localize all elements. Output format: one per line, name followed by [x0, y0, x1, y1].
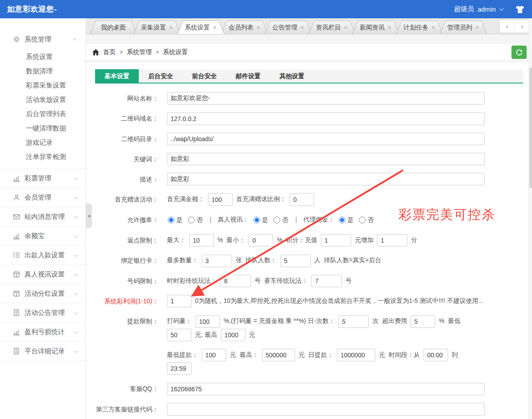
- tab-info-columns[interactable]: 资讯栏目✕: [308, 21, 356, 34]
- settings-tab-backend-security[interactable]: 后台安全: [139, 69, 183, 83]
- page-scrollbar[interactable]: [528, 18, 532, 419]
- radio-input[interactable]: [274, 217, 280, 223]
- close-tab-icon[interactable]: ✕: [256, 25, 261, 30]
- rebate-min-input[interactable]: [249, 234, 273, 247]
- radio-input[interactable]: [168, 217, 175, 223]
- radio-live-video-否[interactable]: 否: [274, 213, 288, 226]
- radio-allow-cancel-是[interactable]: 是: [168, 213, 183, 226]
- withdraw-min-input[interactable]: [202, 349, 226, 361]
- time-from-input[interactable]: [424, 349, 448, 361]
- form-row-content: [165, 152, 486, 165]
- racing-number-input[interactable]: [312, 275, 342, 287]
- close-tab-icon[interactable]: ✕: [169, 25, 173, 30]
- radio-input[interactable]: [254, 217, 260, 223]
- breadcrumb-item-system[interactable]: 系统管理: [127, 48, 152, 56]
- sidebar-item-lottery-management[interactable]: 彩票管理: [0, 169, 86, 188]
- close-tab-icon[interactable]: ✕: [300, 25, 304, 30]
- radio-agent-commission-否[interactable]: 否: [359, 213, 374, 226]
- close-tab-icon[interactable]: ✕: [475, 25, 479, 30]
- inline-label: 元: [299, 351, 305, 358]
- refresh-button[interactable]: [511, 46, 527, 59]
- time-to-input[interactable]: [167, 362, 191, 375]
- daily-times-input[interactable]: [338, 315, 369, 328]
- radio-input[interactable]: [188, 217, 195, 223]
- radio-allow-cancel-否[interactable]: 否: [188, 213, 203, 226]
- user-menu[interactable]: 超级员 admin: [454, 5, 503, 13]
- sidebar-item-activity-dividend-settings[interactable]: 活动分红设置: [0, 284, 86, 303]
- description-input[interactable]: [167, 173, 485, 185]
- field-label-site-name: 网站名称：: [95, 91, 158, 105]
- form-row-keywords: 关键词：: [95, 152, 523, 165]
- tab-admin-list[interactable]: 管理员列✕: [440, 21, 487, 34]
- radio-agent-commission-是[interactable]: 是: [339, 213, 353, 226]
- sidebar-item-platform-detail-records[interactable]: 平台详细记录: [0, 342, 86, 360]
- settings-form: 网站名称：二维码域名：二维码目录：关键词：描述：首充赠送活动：首充满金额：首充满…: [95, 91, 523, 415]
- breadcrumb-item-home[interactable]: 首页: [103, 48, 116, 56]
- queue-count-input[interactable]: [280, 255, 311, 267]
- tabs-prev-button[interactable]: ‹: [500, 20, 515, 33]
- sidebar-item-activity-notice-management[interactable]: 活动公告管理: [0, 303, 86, 322]
- tab-my-desktop[interactable]: 我的桌面: [90, 21, 137, 34]
- service-qq-input[interactable]: [167, 383, 485, 395]
- daily-withdraw-input[interactable]: [337, 349, 375, 361]
- sidebar-item-system-management[interactable]: 系统管理: [0, 30, 86, 49]
- bank-card-max-input[interactable]: [202, 255, 232, 267]
- tab-collect-settings[interactable]: 采集设置✕: [133, 21, 181, 34]
- theme-tshirt-icon[interactable]: [515, 5, 525, 14]
- close-tab-icon[interactable]: ✕: [431, 25, 436, 30]
- inline-label: 赛车传统玩法：: [264, 277, 308, 284]
- bet-volume-input[interactable]: [195, 315, 220, 328]
- qrcode-dir-input[interactable]: [167, 133, 485, 145]
- fee-min-input[interactable]: [167, 329, 191, 341]
- sidebar-item-live-video-settings[interactable]: 真人视讯设置: [0, 265, 86, 284]
- first-charge-amount-input[interactable]: [208, 193, 233, 206]
- close-tab-icon[interactable]: ✕: [344, 25, 348, 30]
- radio-input[interactable]: [339, 217, 345, 223]
- sidebar-item-game-records[interactable]: 游戏记录: [0, 135, 86, 150]
- settings-tab-frontend-security[interactable]: 前台安全: [183, 69, 226, 83]
- system-profit-input[interactable]: [167, 295, 191, 307]
- settings-tab-basic-settings[interactable]: 基本设置: [95, 69, 139, 83]
- sidebar-item-member-management[interactable]: 会员管理: [0, 188, 86, 207]
- tab-notice-management[interactable]: 公告管理✕: [265, 21, 312, 34]
- sidebar-item-admin-list[interactable]: 后台管理列表: [0, 107, 86, 121]
- sidebar-item-activity-grant-settings[interactable]: 活动发放设置: [0, 92, 86, 107]
- points-add-input[interactable]: [377, 234, 407, 247]
- settings-tab-mail-settings[interactable]: 邮件设置: [226, 69, 270, 83]
- withdraw-max-input[interactable]: [262, 349, 295, 361]
- tab-news-info[interactable]: 新闻资讯✕: [352, 21, 399, 34]
- third-party-cs-input[interactable]: [167, 403, 485, 415]
- scrollbar-thumb[interactable]: [529, 67, 532, 188]
- sidebar-item-lottery-collect-settings[interactable]: 彩票采集设置: [0, 78, 86, 92]
- sidebar-item-system-settings[interactable]: 系统设置: [0, 50, 86, 64]
- radio-input[interactable]: [359, 217, 366, 223]
- settings-tab-other-settings[interactable]: 其他设置: [270, 69, 314, 83]
- sidebar-item-data-cleanup[interactable]: 数据清理: [0, 64, 86, 78]
- site-name-input[interactable]: [167, 92, 485, 105]
- sidebar-item-bet-anomaly-check[interactable]: 注单异常检测: [0, 150, 86, 164]
- first-charge-ratio-input[interactable]: [290, 193, 314, 206]
- sidebar-item-payment-settings[interactable]: 出款入款设置: [0, 246, 86, 264]
- close-tab-icon[interactable]: ✕: [212, 25, 217, 30]
- sidebar-collapse-handle[interactable]: ◀: [86, 203, 92, 228]
- form-row-content: 打码量：%,(打码量 = 充值金额 乘 **%) 日-次数：次超出费用%最低元,…: [165, 314, 486, 341]
- sidebar-item-profit-loss-stats[interactable]: 盈利亏损统计: [0, 323, 86, 341]
- sidebar-item-yuebao[interactable]: 余额宝: [0, 226, 86, 245]
- tab-member-list[interactable]: 会员列表✕: [221, 21, 268, 34]
- close-tab-icon[interactable]: ✕: [387, 25, 392, 30]
- excess-fee-input[interactable]: [411, 315, 435, 328]
- fee-max-input[interactable]: [221, 329, 245, 341]
- tabs-next-button[interactable]: ›: [515, 20, 530, 33]
- points-recharge-input[interactable]: [321, 234, 351, 247]
- sidebar-item-one-key-cleanup[interactable]: 一键清理数据: [0, 121, 86, 135]
- sidebar-item-site-message-management[interactable]: 站内消息管理: [0, 207, 86, 226]
- tab-planned-tasks[interactable]: 计划任务✕: [396, 21, 443, 34]
- keywords-input[interactable]: [167, 153, 485, 165]
- qrcode-domain-input[interactable]: [167, 113, 485, 125]
- ssc-number-input[interactable]: [220, 275, 251, 287]
- rebate-max-input[interactable]: [189, 234, 214, 247]
- radio-live-video-是[interactable]: 是: [254, 213, 268, 226]
- form-row-service-qq: 客服QQ：: [95, 381, 523, 395]
- radio-label: 否: [367, 213, 374, 226]
- tab-system-settings[interactable]: 系统设置✕: [177, 21, 224, 34]
